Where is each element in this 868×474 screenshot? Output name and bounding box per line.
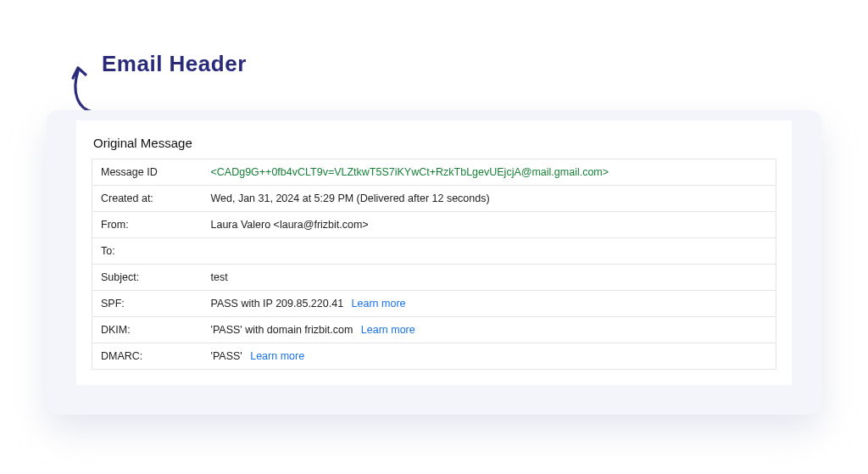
value-subject: test [203,265,776,291]
dmarc-learn-more-link[interactable]: Learn more [250,350,304,362]
annotation-title: Email Header [102,51,247,77]
row-spf: SPF: PASS with IP 209.85.220.41 Learn mo… [92,291,776,317]
value-from: Laura Valero <laura@frizbit.com> [203,212,776,238]
original-message-panel: Original Message Message ID <CADg9G++0fb… [76,120,792,385]
label-created-at: Created at: [92,186,203,212]
panel-title: Original Message [92,131,776,159]
value-message-id: <CADg9G++0fb4vCLT9v=VLZtkwT5S7iKYwCt+Rzk… [203,159,776,186]
row-dkim: DKIM: 'PASS' with domain frizbit.com Lea… [92,317,776,343]
row-created-at: Created at: Wed, Jan 31, 2024 at 5:29 PM… [92,186,776,212]
row-subject: Subject: test [92,265,776,291]
message-id-text: <CADg9G++0fb4vCLT9v=VLZtkwT5S7iKYwCt+Rzk… [211,166,609,178]
value-to [203,238,776,265]
message-headers-table: Message ID <CADg9G++0fb4vCLT9v=VLZtkwT5S… [92,159,776,370]
value-spf: PASS with IP 209.85.220.41 Learn more [203,291,776,317]
label-spf: SPF: [92,291,203,317]
label-dkim: DKIM: [92,317,203,343]
label-subject: Subject: [92,265,203,291]
label-from: From: [92,212,203,238]
label-to: To: [92,238,203,265]
dkim-value-text: 'PASS' with domain frizbit.com [211,324,353,336]
row-dmarc: DMARC: 'PASS' Learn more [92,343,776,370]
value-created-at: Wed, Jan 31, 2024 at 5:29 PM (Delivered … [203,186,776,212]
label-message-id: Message ID [92,159,203,186]
dmarc-value-text: 'PASS' [211,350,242,362]
value-dmarc: 'PASS' Learn more [203,343,776,370]
spf-learn-more-link[interactable]: Learn more [352,298,406,309]
dkim-learn-more-link[interactable]: Learn more [361,324,415,336]
value-dkim: 'PASS' with domain frizbit.com Learn mor… [203,317,776,343]
spf-value-text: PASS with IP 209.85.220.41 [211,298,344,309]
row-message-id: Message ID <CADg9G++0fb4vCLT9v=VLZtkwT5S… [92,159,776,186]
label-dmarc: DMARC: [92,343,203,370]
row-to: To: [92,238,776,265]
row-from: From: Laura Valero <laura@frizbit.com> [92,212,776,238]
